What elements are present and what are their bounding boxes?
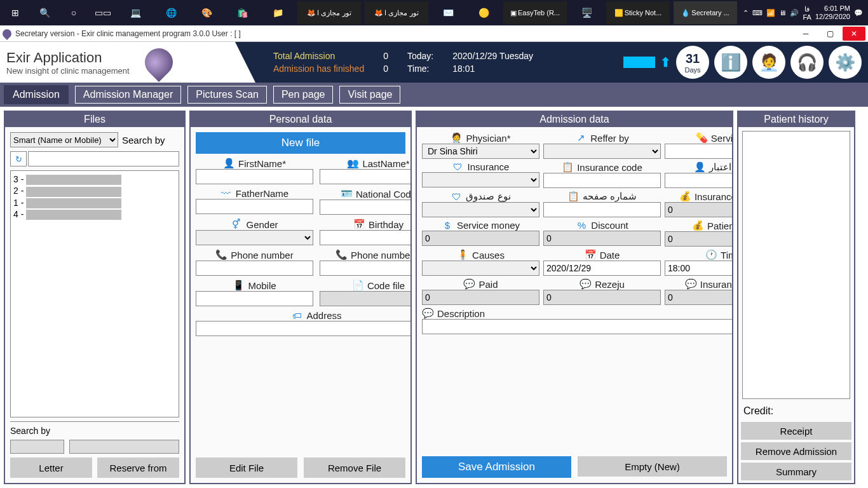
- paid-icon: 💬: [463, 278, 475, 290]
- tray-clock[interactable]: 6:01 PM 12/29/2020: [815, 4, 850, 21]
- physician-select[interactable]: Dr Sina Shiri: [422, 144, 539, 159]
- tray-lang[interactable]: فا FA: [803, 5, 811, 21]
- time-input[interactable]: [665, 261, 732, 276]
- taskbar-app[interactable]: 🎨: [191, 1, 222, 24]
- settings-button[interactable]: ⚙️: [829, 46, 862, 79]
- maximize-button[interactable]: ▢: [818, 27, 841, 41]
- taskbar-app[interactable]: 💧 Secretary ...: [674, 1, 737, 24]
- search-input-a[interactable]: [10, 440, 64, 454]
- tab-admission-manager[interactable]: Admission Manager: [75, 86, 181, 104]
- tray-wifi-icon[interactable]: 📶: [766, 9, 775, 17]
- refresh-button[interactable]: ↻: [10, 151, 27, 166]
- tab-visit-page[interactable]: Visit page: [339, 86, 400, 104]
- code-file-input[interactable]: [320, 291, 410, 306]
- close-button[interactable]: ✕: [843, 27, 865, 41]
- national-code-input[interactable]: [320, 200, 410, 215]
- rezeju-icon: 💬: [580, 278, 591, 290]
- date-input[interactable]: [543, 261, 661, 276]
- address-input[interactable]: [196, 321, 410, 336]
- taskbar-app[interactable]: 📁: [262, 1, 294, 24]
- taskbar-app[interactable]: ✉️: [432, 1, 464, 24]
- app-icon: [1, 27, 13, 40]
- tray-notifications-icon[interactable]: 💬: [854, 9, 863, 17]
- insurance-select[interactable]: [422, 172, 539, 187]
- expiry-input[interactable]: [665, 173, 732, 188]
- insurance-money-input[interactable]: [665, 202, 732, 217]
- cortana-icon[interactable]: ○: [61, 1, 86, 24]
- history-header: Patient history: [738, 112, 854, 127]
- finished-label: Admission has finished: [273, 64, 364, 74]
- minimize-button[interactable]: ─: [794, 27, 817, 41]
- service-money-input[interactable]: [422, 231, 539, 246]
- tray-volume-icon[interactable]: 🔊: [790, 9, 799, 17]
- save-admission-button[interactable]: Save Admission: [422, 456, 571, 478]
- tab-pen-page[interactable]: Pen page: [273, 86, 334, 104]
- tray-battery-icon[interactable]: 🖥: [779, 9, 786, 17]
- patient-pay-input[interactable]: [665, 231, 732, 247]
- summary-button[interactable]: Summary: [741, 463, 851, 480]
- taskbar-app[interactable]: 🛍️: [226, 1, 258, 24]
- taskbar-app[interactable]: 🟨 Sticky Not...: [606, 1, 670, 24]
- phone2-input[interactable]: [320, 261, 410, 276]
- description-input[interactable]: [422, 319, 732, 334]
- birthday-input[interactable]: [320, 230, 410, 245]
- taskbar-app[interactable]: ▣ EasyTeb (R...: [503, 1, 567, 24]
- taskbar-app[interactable]: 🖥️: [571, 1, 602, 24]
- paid-input[interactable]: [422, 290, 539, 305]
- arrow-up-icon[interactable]: ⬆: [660, 55, 671, 70]
- search-mode-combo[interactable]: Smart (Name or Mobile): [10, 132, 118, 147]
- list-item: 1 -: [13, 197, 176, 208]
- new-file-button[interactable]: New file: [196, 132, 405, 154]
- tray-keyboard-icon[interactable]: ⌨: [752, 9, 763, 17]
- last-name-input[interactable]: [320, 169, 410, 184]
- causes-select[interactable]: [422, 261, 539, 276]
- reffer-select[interactable]: [543, 144, 661, 159]
- info-icon: ℹ️: [721, 53, 741, 72]
- letter-button[interactable]: Letter: [10, 458, 92, 478]
- empty-new-button[interactable]: Empty (New): [578, 456, 727, 477]
- tray-chevron-icon[interactable]: ⌃: [743, 9, 749, 17]
- desc-icon: 💬: [422, 308, 433, 319]
- edit-file-button[interactable]: Edit File: [196, 458, 297, 478]
- reception-button[interactable]: 🧑‍💼: [752, 46, 785, 79]
- mobile-input[interactable]: [196, 291, 313, 306]
- days-button[interactable]: 31 Days: [676, 46, 709, 79]
- expiry-icon: 👤: [694, 161, 705, 173]
- phone1-input[interactable]: [196, 261, 313, 276]
- app-title: Exir Application: [6, 50, 130, 66]
- support-button[interactable]: 🎧: [790, 46, 824, 79]
- first-name-input[interactable]: [196, 169, 313, 184]
- services-input[interactable]: [665, 144, 732, 159]
- father-name-input[interactable]: [196, 199, 313, 214]
- history-list[interactable]: [742, 131, 850, 399]
- time-value: 18:01: [452, 64, 533, 74]
- start-icon[interactable]: ⊞: [3, 1, 28, 24]
- remove-admission-button[interactable]: Remove Admission: [741, 442, 851, 460]
- remove-file-button[interactable]: Remove File: [304, 458, 405, 478]
- receipt-button[interactable]: Receipt: [741, 422, 851, 440]
- taskbar-app[interactable]: 💻: [119, 1, 151, 24]
- search-icon[interactable]: 🔍: [32, 1, 57, 24]
- taskbar-app[interactable]: 🦊 تور مجازی ا: [365, 1, 428, 24]
- list-item: 4 -: [13, 208, 176, 220]
- search-input-b[interactable]: [69, 440, 179, 454]
- rezeju-input[interactable]: [543, 290, 661, 305]
- page-num-input[interactable]: [543, 202, 661, 217]
- insurance-code-input[interactable]: [543, 173, 661, 188]
- taskbar-app[interactable]: 🟡: [468, 1, 499, 24]
- tab-pictures-scan[interactable]: Pictures Scan: [187, 86, 267, 104]
- taskbar-app[interactable]: 🦊 تور مجازی ا: [297, 1, 361, 24]
- fund-type-select[interactable]: [422, 202, 539, 217]
- taskbar-app[interactable]: 🌐: [155, 1, 187, 24]
- info-button[interactable]: ℹ️: [714, 46, 747, 79]
- reserve-from-button[interactable]: Reserve from: [97, 458, 179, 478]
- date-icon: 📅: [585, 249, 596, 261]
- gender-select[interactable]: [196, 230, 313, 245]
- search-input[interactable]: [28, 151, 179, 166]
- taskview-icon[interactable]: ▭▭: [90, 1, 116, 24]
- discount-input[interactable]: [543, 231, 661, 246]
- insurance-plus-input[interactable]: [665, 290, 732, 305]
- tab-admission[interactable]: Admission: [4, 85, 69, 104]
- file-list[interactable]: 3 - 2 - 1 - 4 -: [10, 170, 179, 417]
- insplus-icon: 💬: [685, 278, 696, 290]
